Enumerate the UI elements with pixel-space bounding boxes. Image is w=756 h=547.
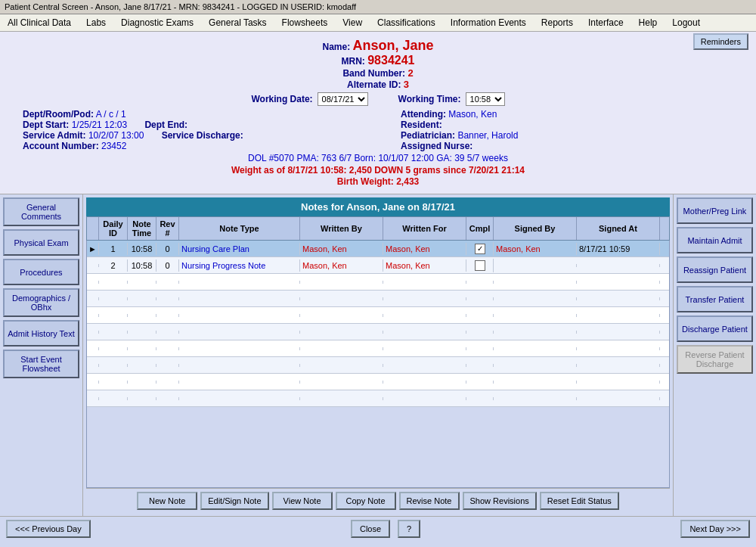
sidebar-discharge-patient[interactable]: Discharge Patient (677, 315, 753, 342)
resident-label: Resident: (401, 120, 442, 130)
sidebar-mother-preg-link[interactable]: Mother/Preg Link (677, 197, 753, 224)
weight-row: Weight as of 8/17/21 10:58: 2,450 DOWN 5… (8, 165, 748, 176)
row-note-time: 10:58 (128, 243, 156, 255)
sidebar-start-event[interactable]: Start Event Flowsheet (3, 350, 79, 378)
notes-header-row: Daily ID Note Time Rev # Note Type Writt… (86, 216, 670, 241)
menu-reports[interactable]: Reports (534, 14, 581, 31)
header-arrow (87, 217, 99, 240)
menu-labs[interactable]: Labs (79, 14, 113, 31)
row-arrow (87, 264, 99, 267)
help-button[interactable]: ? (398, 520, 420, 538)
table-row[interactable]: ► 1 10:58 0 Nursing Care Plan Mason, Ken… (87, 241, 669, 257)
account-number-label: Account Number: (23, 141, 99, 151)
table-row[interactable] (87, 307, 669, 324)
menu-all-clinical[interactable]: All Clinical Data (0, 14, 79, 31)
table-row[interactable] (87, 374, 669, 390)
header-cmpl: Cmpl (466, 217, 494, 240)
sidebar-physical-exam[interactable]: Physical Exam (3, 229, 79, 256)
sidebar-general-comments[interactable]: General Comments (3, 197, 79, 226)
row-daily-id: 1 (99, 243, 128, 255)
content-area: General Comments Physical Exam Procedure… (0, 194, 756, 516)
title-bar: Patient Central Screen - Anson, Jane 8/1… (0, 0, 756, 14)
table-row[interactable] (87, 340, 669, 357)
show-revisions-button[interactable]: Show Revisions (463, 492, 537, 510)
view-note-button[interactable]: View Note (272, 492, 333, 510)
birth-weight-row: Birth Weight: 2,433 (8, 176, 748, 187)
working-time-select[interactable]: 10:58 (466, 92, 505, 106)
dept-end-label: Dept End: (144, 120, 187, 130)
sidebar-reassign-patient[interactable]: Reassign Patient (677, 256, 753, 283)
menu-diagnostic[interactable]: Diagnostic Exams (113, 14, 201, 31)
dept-room-label: Dept/Room/Pod: (23, 109, 94, 120)
menu-logout[interactable]: Logout (665, 14, 708, 31)
new-note-button[interactable]: New Note (137, 492, 197, 510)
sidebar-procedures[interactable]: Procedures (3, 259, 79, 285)
row-written-by: Mason, Ken (300, 260, 383, 272)
sidebar-maintain-admit[interactable]: Maintain Admit (677, 227, 753, 253)
name-label: Name: (322, 42, 350, 52)
patient-info: Name: Anson, Jane MRN: 9834241 Band Numb… (0, 32, 756, 194)
title-text: Patient Central Screen - Anson, Jane 8/1… (5, 2, 356, 11)
sidebar-admit-history[interactable]: Admit History Text (3, 320, 79, 347)
row-cmpl (466, 259, 494, 272)
service-admit-label: Service Admit: (23, 130, 86, 141)
table-row[interactable] (87, 357, 669, 374)
previous-day-button[interactable]: <<< Previous Day (6, 520, 91, 538)
next-day-button[interactable]: Next Day >>> (680, 520, 750, 538)
row-written-for: Mason, Ken (383, 260, 466, 272)
row-cmpl: ✓ (466, 242, 494, 256)
close-button[interactable]: Close (351, 520, 390, 538)
table-row[interactable] (87, 324, 669, 340)
checkbox-unchecked (475, 260, 485, 271)
table-row[interactable] (87, 390, 669, 407)
notes-area: Notes for Anson, Jane on 8/17/21 Daily I… (83, 194, 673, 516)
working-time-label: Working Time: (398, 94, 461, 104)
row-arrow: ► (87, 243, 99, 255)
copy-note-button[interactable]: Copy Note (336, 492, 396, 510)
table-row[interactable] (87, 291, 669, 307)
patient-name: Anson, Jane (353, 38, 434, 53)
attending-label: Attending: (401, 109, 446, 120)
band-number-label: Band Number: (342, 68, 405, 79)
menu-interface[interactable]: Interface (581, 14, 631, 31)
alt-id: 3 (404, 79, 409, 90)
sidebar-demographics[interactable]: Demographics / OBhx (3, 288, 79, 317)
table-row[interactable]: 2 10:58 0 Nursing Progress Note Mason, K… (87, 257, 669, 274)
attending: Mason, Ken (448, 109, 497, 120)
checkbox-checked: ✓ (475, 244, 485, 254)
bottom-buttons: New Note Edit/Sign Note View Note Copy N… (86, 488, 670, 513)
menu-help[interactable]: Help (631, 14, 665, 31)
working-date-label: Working Date: (251, 94, 312, 104)
reset-edit-status-button[interactable]: Reset Edit Status (540, 492, 619, 510)
row-signed-at (577, 264, 660, 267)
row-daily-id: 2 (99, 260, 128, 272)
right-sidebar: Mother/Preg Link Maintain Admit Reassign… (673, 194, 756, 516)
account-number: 23452 (101, 141, 126, 151)
dept-room: A / c / 1 (96, 109, 126, 120)
table-row[interactable] (87, 274, 669, 291)
row-written-by: Mason, Ken (300, 243, 383, 255)
reminders-button[interactable]: Reminders (693, 33, 748, 50)
dol-row: DOL #5070 PMA: 763 6/7 Born: 10/1/07 12:… (8, 153, 748, 163)
edit-sign-note-button[interactable]: Edit/Sign Note (200, 492, 268, 510)
menu-classifications[interactable]: Classifications (370, 14, 443, 31)
patient-mrn: 9834241 (367, 54, 414, 67)
row-rev: 0 (156, 243, 179, 255)
menu-info-events[interactable]: Information Events (443, 14, 534, 31)
menu-general-tasks[interactable]: General Tasks (201, 14, 274, 31)
menu-flowsheets[interactable]: Flowsheets (274, 14, 336, 31)
sidebar-reverse-discharge[interactable]: Reverse Patient Discharge (677, 345, 753, 374)
menu-view[interactable]: View (335, 14, 370, 31)
working-date-select[interactable]: 08/17/21 (318, 92, 368, 106)
left-sidebar: General Comments Physical Exam Procedure… (0, 194, 83, 516)
notes-title: Notes for Anson, Jane on 8/17/21 (86, 197, 670, 216)
row-signed-by: Mason, Ken (494, 243, 577, 255)
revise-note-button[interactable]: Revise Note (399, 492, 460, 510)
row-note-time: 10:58 (128, 260, 156, 272)
band-number: 2 (407, 67, 413, 79)
header-signed-by: Signed By (494, 217, 577, 240)
sidebar-transfer-patient[interactable]: Transfer Patient (677, 286, 753, 312)
row-note-type: Nursing Care Plan (179, 243, 300, 255)
dept-start: 1/25/21 12:03 (72, 120, 127, 130)
pediatrician-label: Pediatrician: (401, 130, 455, 141)
